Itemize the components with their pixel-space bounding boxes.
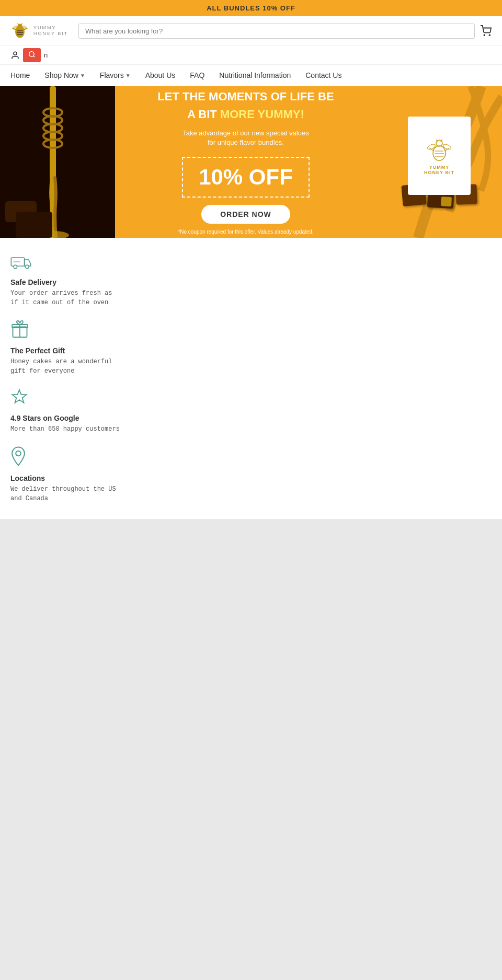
- feature-locations: Locations We deliver throughout the USan…: [10, 446, 492, 503]
- hero-image-left: [0, 86, 115, 238]
- hero-banner: LET THE MOMENTS OF LIFE BE A BIT MORE YU…: [0, 86, 502, 238]
- svg-line-15: [33, 56, 35, 57]
- nav-contact[interactable]: Contact Us: [305, 71, 341, 79]
- feature-safe-delivery: Safe Delivery Your order arrives fresh a…: [10, 253, 492, 307]
- feature-desc-gift: Honey cakes are a wonderfulgift for ever…: [10, 357, 492, 376]
- feature-title-gift: The Perfect Gift: [10, 347, 492, 355]
- chevron-down-icon: ▼: [126, 73, 131, 78]
- discount-box: 10% OFF: [182, 157, 310, 198]
- cart-icon: [480, 25, 492, 37]
- chevron-down-icon: ▼: [80, 73, 85, 78]
- top-banner: ALL BUNDLES 10% OFF: [0, 0, 502, 16]
- svg-point-39: [26, 265, 29, 269]
- hero-right-content: YUMMYHONEY BIT: [376, 86, 502, 238]
- nav-nutritional[interactable]: Nutritional Information: [219, 71, 291, 79]
- features-section: Safe Delivery Your order arrives fresh a…: [0, 238, 502, 519]
- order-now-button[interactable]: ORDER NOW: [201, 205, 290, 224]
- star-icon: [10, 388, 492, 410]
- feature-title-stars: 4.9 Stars on Google: [10, 414, 492, 422]
- product-display: YUMMYHONEY BIT: [402, 117, 477, 208]
- search-bar[interactable]: [78, 24, 475, 39]
- svg-line-10: [21, 24, 22, 25]
- hero-subtitle: Take advantage of our new special values…: [182, 129, 309, 147]
- feature-google-stars: 4.9 Stars on Google More than 650 happy …: [10, 388, 492, 434]
- truck-icon: [10, 253, 492, 274]
- svg-rect-25: [16, 212, 52, 238]
- feature-title-locations: Locations: [10, 474, 492, 482]
- svg-point-44: [16, 451, 21, 456]
- logo-line1: YUMMY: [33, 25, 68, 31]
- search-icon: [28, 51, 36, 58]
- logo-line2: HONEY BIT: [33, 31, 68, 37]
- nav-shop-now[interactable]: Shop Now ▼: [44, 71, 85, 79]
- user-icon: [10, 51, 20, 60]
- location-pin-icon: [10, 446, 492, 470]
- svg-point-14: [29, 52, 34, 56]
- svg-point-12: [489, 34, 490, 36]
- feature-title-delivery: Safe Delivery: [10, 278, 492, 286]
- hero-title-line1: LET THE MOMENTS OF LIFE BE: [157, 89, 334, 105]
- feature-perfect-gift: The Perfect Gift Honey cakes are a wonde…: [10, 320, 492, 376]
- gift-icon: [10, 320, 492, 342]
- feature-desc-locations: We deliver throughout the USand Canada: [10, 485, 492, 503]
- hero-center-content: LET THE MOMENTS OF LIFE BE A BIT MORE YU…: [115, 86, 376, 238]
- search-button[interactable]: [23, 48, 41, 62]
- nav-about-us[interactable]: About Us: [145, 71, 176, 79]
- product-box: YUMMYHONEY BIT: [408, 117, 471, 195]
- svg-point-38: [14, 265, 17, 269]
- nav-faq[interactable]: FAQ: [190, 71, 204, 79]
- svg-point-13: [14, 52, 17, 55]
- svg-point-26: [433, 146, 446, 160]
- hero-note: *No coupon required for this offer. Valu…: [178, 229, 313, 235]
- header: YUMMY HONEY BIT: [0, 16, 502, 46]
- product-box-label: YUMMYHONEY BIT: [424, 165, 454, 175]
- feature-desc-delivery: Your order arrives fresh asif it came ou…: [10, 289, 492, 307]
- nav-home[interactable]: Home: [10, 71, 30, 79]
- svg-point-11: [484, 34, 485, 36]
- logo[interactable]: YUMMY HONEY BIT: [10, 21, 73, 40]
- svg-line-9: [18, 24, 19, 25]
- auth-bar: n: [0, 46, 502, 65]
- products-section: [0, 519, 502, 980]
- nav-flavors[interactable]: Flavors ▼: [100, 71, 131, 79]
- banner-text: ALL BUNDLES 10% OFF: [207, 4, 295, 12]
- hero-title-line2: A BIT MORE YUMMY!: [187, 107, 304, 122]
- auth-text: n: [44, 51, 48, 59]
- bee-logo-icon: [10, 21, 29, 40]
- product-bee-icon: [426, 136, 452, 163]
- honey-drip-illustration: [0, 86, 115, 238]
- search-input[interactable]: [85, 27, 468, 35]
- discount-amount: 10% OFF: [199, 166, 293, 188]
- main-nav: Home Shop Now ▼ Flavors ▼ About Us FAQ N…: [0, 65, 502, 86]
- feature-desc-stars: More than 650 happy customers: [10, 424, 492, 434]
- cart-button[interactable]: [480, 25, 492, 37]
